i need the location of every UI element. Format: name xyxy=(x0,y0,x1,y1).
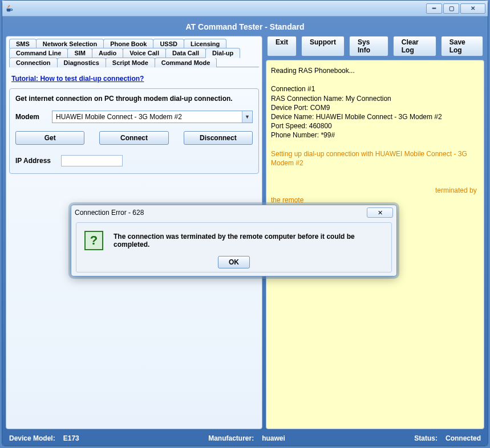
dialog-close-button[interactable]: ✕ xyxy=(367,207,393,218)
connect-button[interactable]: Connect xyxy=(99,131,168,145)
tutorial-link[interactable]: Tutorial: How to test dial-up connection… xyxy=(9,71,259,88)
disconnect-button[interactable]: Disconnect xyxy=(184,131,253,145)
tab-data-call[interactable]: Data Call xyxy=(165,48,206,58)
tab-script-mode[interactable]: Script Mode xyxy=(106,58,155,67)
tab-sim[interactable]: SIM xyxy=(67,48,92,58)
tab-container: SMS Network Selection Phone Book USSD Li… xyxy=(9,39,259,68)
tab-phone-book[interactable]: Phone Book xyxy=(103,39,153,48)
exit-button[interactable]: Exit xyxy=(267,36,297,56)
save-log-button[interactable]: Save Log xyxy=(441,36,483,56)
sys-info-button[interactable]: Sys Info xyxy=(349,36,388,56)
maximize-button[interactable]: ▢ xyxy=(443,3,459,14)
minimize-button[interactable]: ━ xyxy=(426,3,442,14)
status-label: Status: xyxy=(414,434,438,442)
tab-command-mode[interactable]: Command Mode xyxy=(155,58,217,67)
device-model-value: E173 xyxy=(63,434,79,442)
tab-licensing[interactable]: Licensing xyxy=(184,39,226,48)
manufacturer-label: Manufacturer: xyxy=(208,434,254,442)
clear-log-button[interactable]: Clear Log xyxy=(393,36,436,56)
close-button[interactable]: ✕ xyxy=(460,3,485,14)
group-title: Get internet connection on PC through mo… xyxy=(15,95,253,103)
java-cup-icon xyxy=(5,4,14,13)
app-title: AT Command Tester - Standard xyxy=(6,20,484,36)
ip-label: IP Address xyxy=(15,157,61,165)
dialup-group: Get internet connection on PC through mo… xyxy=(9,88,259,174)
titlebar: ━ ▢ ✕ xyxy=(2,1,488,17)
tab-ussd[interactable]: USSD xyxy=(153,39,184,48)
app-body: AT Command Tester - Standard SMS Network… xyxy=(2,17,488,446)
chevron-down-icon[interactable]: ▼ xyxy=(242,111,252,123)
modem-combo[interactable]: HUAWEI Mobile Connect - 3G Modem #2 ▼ xyxy=(52,111,253,123)
dialog-message: The connection was terminated by the rem… xyxy=(114,233,383,249)
get-button[interactable]: Get xyxy=(15,131,84,145)
tab-network-selection[interactable]: Network Selection xyxy=(36,39,104,48)
top-button-row: Exit Support Sys Info Clear Log Save Log xyxy=(266,36,484,56)
tab-voice-call[interactable]: Voice Call xyxy=(123,48,166,58)
status-bar: Device Model: E173 Manufacturer: huawei … xyxy=(6,433,484,442)
question-icon: ? xyxy=(84,231,103,250)
tab-audio[interactable]: Audio xyxy=(92,48,123,58)
device-model-label: Device Model: xyxy=(9,434,55,442)
tab-dial-up[interactable]: Dial-up xyxy=(205,48,240,58)
modem-label: Modem xyxy=(15,113,52,121)
dialog-ok-button[interactable]: OK xyxy=(218,256,250,268)
connection-error-dialog: Connection Error - 628 ✕ ? The connectio… xyxy=(71,205,397,276)
app-window: ━ ▢ ✕ AT Command Tester - Standard SMS N… xyxy=(2,0,488,446)
dialog-title: Connection Error - 628 xyxy=(75,209,367,217)
ip-address-input[interactable] xyxy=(61,155,123,166)
tab-connection[interactable]: Connection xyxy=(9,58,58,67)
support-button[interactable]: Support xyxy=(301,36,345,56)
log-orange-tail: terminated by the remote xyxy=(271,186,479,203)
tab-sms[interactable]: SMS xyxy=(9,39,37,48)
window-controls: ━ ▢ ✕ xyxy=(425,3,485,14)
manufacturer-value: huawei xyxy=(262,434,285,442)
tab-command-line[interactable]: Command Line xyxy=(9,48,68,58)
tab-diagnostics[interactable]: Diagnostics xyxy=(57,58,106,67)
modem-combo-value: HUAWEI Mobile Connect - 3G Modem #2 xyxy=(52,113,242,121)
status-value: Connected xyxy=(446,434,481,442)
